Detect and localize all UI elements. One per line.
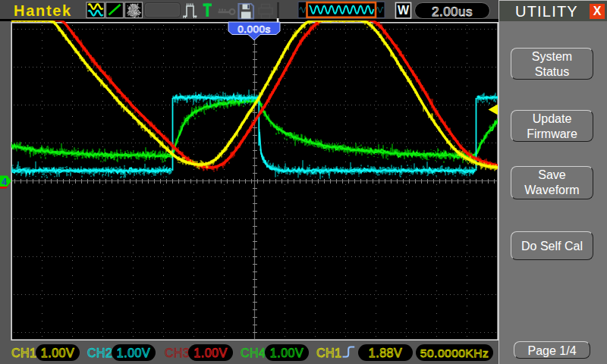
svg-text:4: 4 [2, 177, 7, 187]
